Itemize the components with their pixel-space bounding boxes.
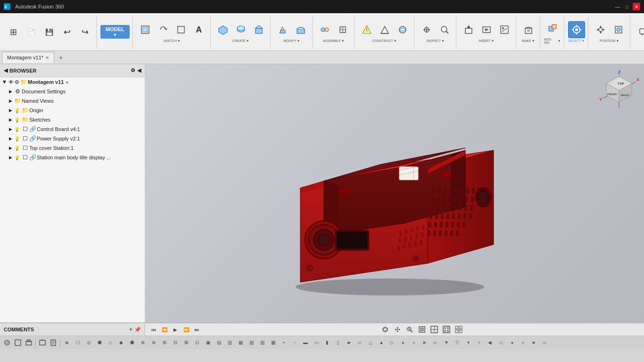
select-label[interactable]: SELECT ▼ bbox=[568, 39, 585, 42]
tree-item-control-board[interactable]: ▶ 💡 ☐ 🔗 Control Board v4:1 bbox=[0, 124, 145, 134]
insert-tool-3[interactable] bbox=[496, 21, 513, 38]
btm-extra-btn-29[interactable]: ▲ bbox=[376, 337, 387, 348]
tree-item-doc-settings[interactable]: ▶ ⚙ Document Settings bbox=[0, 87, 145, 96]
tab-close-button[interactable]: ✕ bbox=[45, 55, 49, 60]
btm-extra-btn-22[interactable]: ▬ bbox=[300, 337, 311, 348]
btm-extra-btn-18[interactable]: ▨ bbox=[257, 337, 267, 348]
pan-button[interactable] bbox=[392, 324, 403, 335]
btm-extra-btn-34[interactable]: ▻ bbox=[430, 337, 441, 348]
btm-tool-5[interactable] bbox=[48, 337, 58, 348]
btm-extra-btn-0[interactable]: ◈ bbox=[62, 337, 72, 348]
btm-extra-btn-20[interactable]: ▪ bbox=[279, 337, 289, 348]
btm-extra-btn-15[interactable]: ▥ bbox=[224, 337, 235, 348]
minimize-button[interactable]: — bbox=[614, 3, 621, 10]
btm-extra-btn-30[interactable]: ▷ bbox=[387, 337, 397, 348]
active-tab[interactable]: Montagem v11* ✕ bbox=[2, 52, 54, 63]
construct-label[interactable]: CONSTRUCT ▼ bbox=[372, 39, 397, 42]
btm-extra-btn-41[interactable]: ◂ bbox=[506, 337, 517, 348]
viewcube[interactable]: Z Y X TOP FRONT RIGHT bbox=[598, 68, 640, 110]
inspect-tool-1[interactable] bbox=[418, 21, 435, 38]
btm-extra-btn-42[interactable]: ◃ bbox=[517, 337, 528, 348]
btm-extra-btn-14[interactable]: ▤ bbox=[214, 337, 224, 348]
btm-extra-btn-37[interactable]: ▾ bbox=[463, 337, 473, 348]
btm-extra-btn-16[interactable]: ▦ bbox=[235, 337, 246, 348]
doc-settings-arrow[interactable]: ▶ bbox=[8, 89, 13, 94]
btm-extra-btn-28[interactable]: △ bbox=[365, 337, 376, 348]
display-mode-1[interactable] bbox=[429, 324, 440, 335]
btm-extra-btn-13[interactable]: ▣ bbox=[203, 337, 213, 348]
addins-label[interactable]: ADD-INS ▼ bbox=[544, 38, 561, 44]
control-board-eye-icon[interactable]: 💡 bbox=[14, 127, 20, 132]
comments-pin-icon[interactable]: 📌 bbox=[134, 327, 141, 333]
btm-extra-btn-7[interactable]: ⊕ bbox=[138, 337, 148, 348]
chat-button[interactable] bbox=[635, 24, 644, 41]
display-mode-2[interactable] bbox=[441, 324, 452, 335]
btm-tool-2[interactable] bbox=[13, 337, 23, 348]
browser-settings-icon[interactable]: ⚙ bbox=[131, 67, 135, 74]
tree-root-item[interactable]: ▶ 👁 ⚙ 📁 Montagem v11 ● bbox=[0, 77, 145, 87]
station-main-eye-icon[interactable]: 💡 bbox=[14, 155, 20, 160]
btm-extra-btn-32[interactable]: ▹ bbox=[409, 337, 419, 348]
construct-tool-2[interactable] bbox=[376, 21, 393, 38]
btm-extra-btn-21[interactable]: ▫ bbox=[289, 337, 300, 348]
btm-extra-btn-23[interactable]: ▭ bbox=[311, 337, 322, 348]
btm-extra-btn-25[interactable]: ▯ bbox=[333, 337, 343, 348]
new-button[interactable]: 📄 bbox=[23, 24, 40, 41]
btm-extra-btn-8[interactable]: ⊗ bbox=[149, 337, 159, 348]
btm-tool-4[interactable] bbox=[37, 337, 48, 348]
root-expand-arrow[interactable]: ▶ bbox=[2, 79, 8, 85]
btm-extra-btn-6[interactable]: ⬟ bbox=[127, 337, 137, 348]
root-visibility-icon[interactable]: 👁 bbox=[8, 79, 14, 85]
btm-extra-btn-11[interactable]: ⊠ bbox=[181, 337, 191, 348]
btm-extra-btn-19[interactable]: ▩ bbox=[268, 337, 278, 348]
root-settings-icon[interactable]: ⚙ bbox=[15, 79, 19, 85]
btm-extra-btn-17[interactable]: ▧ bbox=[246, 337, 256, 348]
timeline-prev-button[interactable]: ⏪ bbox=[160, 325, 169, 334]
btm-extra-btn-40[interactable]: ◁ bbox=[495, 337, 506, 348]
tree-item-station-main[interactable]: ▶ 💡 ☐ 🔗 Station main body litle display … bbox=[0, 153, 145, 162]
btm-extra-btn-1[interactable]: ⬡ bbox=[73, 337, 83, 348]
inspect-label[interactable]: INSPECT ▼ bbox=[427, 39, 445, 42]
tree-item-sketches[interactable]: ▶ 💡 📁 Sketches bbox=[0, 115, 145, 124]
sketches-arrow[interactable]: ▶ bbox=[8, 117, 13, 123]
btm-extra-btn-3[interactable]: ⬢ bbox=[94, 337, 105, 348]
btm-extra-btn-10[interactable]: ⊟ bbox=[170, 337, 181, 348]
addins-tool-1[interactable] bbox=[544, 20, 561, 37]
maximize-button[interactable]: □ bbox=[623, 3, 631, 10]
tree-item-named-views[interactable]: ▶ 📁 Named Views bbox=[0, 96, 145, 106]
btm-extra-btn-24[interactable]: ▮ bbox=[322, 337, 332, 348]
btm-extra-btn-33[interactable]: ► bbox=[420, 337, 430, 348]
named-views-arrow[interactable]: ▶ bbox=[8, 98, 13, 104]
sketch-tool-1[interactable] bbox=[137, 21, 154, 38]
control-board-arrow[interactable]: ▶ bbox=[8, 126, 13, 132]
origin-arrow[interactable]: ▶ bbox=[8, 107, 13, 113]
power-supply-eye-icon[interactable]: 💡 bbox=[14, 136, 20, 141]
btm-extra-btn-43[interactable]: ◄ bbox=[528, 337, 538, 348]
btm-tool-3[interactable] bbox=[24, 337, 34, 348]
tree-item-top-cover[interactable]: ▶ 💡 ☐ Top cover Station:1 bbox=[0, 143, 145, 153]
viewport-canvas[interactable]: Z Y X TOP FRONT RIGHT bbox=[145, 64, 644, 322]
insert-tool-2[interactable] bbox=[478, 21, 495, 38]
viewport[interactable]: Z Y X TOP FRONT RIGHT bbox=[145, 64, 644, 322]
power-supply-arrow[interactable]: ▶ bbox=[8, 136, 13, 141]
top-cover-arrow[interactable]: ▶ bbox=[8, 145, 13, 151]
fit-button[interactable] bbox=[416, 324, 428, 335]
create-tool-3[interactable] bbox=[250, 21, 267, 38]
browser-collapse-icon[interactable]: ◀ bbox=[137, 67, 141, 74]
btm-extra-btn-38[interactable]: ▿ bbox=[474, 337, 484, 348]
construct-tool-1[interactable] bbox=[358, 21, 375, 38]
position-label[interactable]: POSITION ▼ bbox=[600, 39, 619, 42]
orbit-button[interactable] bbox=[380, 324, 391, 335]
modify-label[interactable]: MODIFY ▼ bbox=[283, 39, 300, 42]
timeline-last-button[interactable]: ⏭ bbox=[192, 325, 202, 334]
new-tab-button[interactable]: + bbox=[55, 52, 66, 63]
redo-button[interactable]: ↪ bbox=[76, 24, 93, 41]
top-cover-eye-icon[interactable]: 💡 bbox=[14, 146, 20, 151]
undo-button[interactable]: ↩ bbox=[58, 24, 75, 41]
station-main-arrow[interactable]: ▶ bbox=[8, 155, 13, 160]
assemble-label[interactable]: ASSEMBLE ▼ bbox=[323, 39, 345, 42]
btm-extra-btn-35[interactable]: ▼ bbox=[441, 337, 452, 348]
btm-extra-btn-2[interactable]: ◎ bbox=[83, 337, 94, 348]
save-button[interactable]: 💾 bbox=[41, 24, 58, 41]
position-tool-2[interactable] bbox=[610, 21, 627, 38]
